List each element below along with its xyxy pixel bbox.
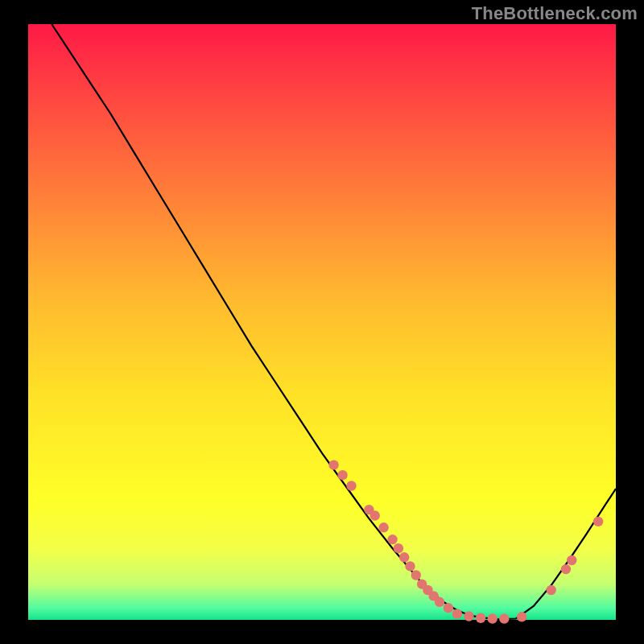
plot-background bbox=[28, 24, 616, 620]
watermark-text: TheBottleneck.com bbox=[472, 3, 638, 24]
chart-stage: TheBottleneck.com bbox=[0, 0, 644, 644]
